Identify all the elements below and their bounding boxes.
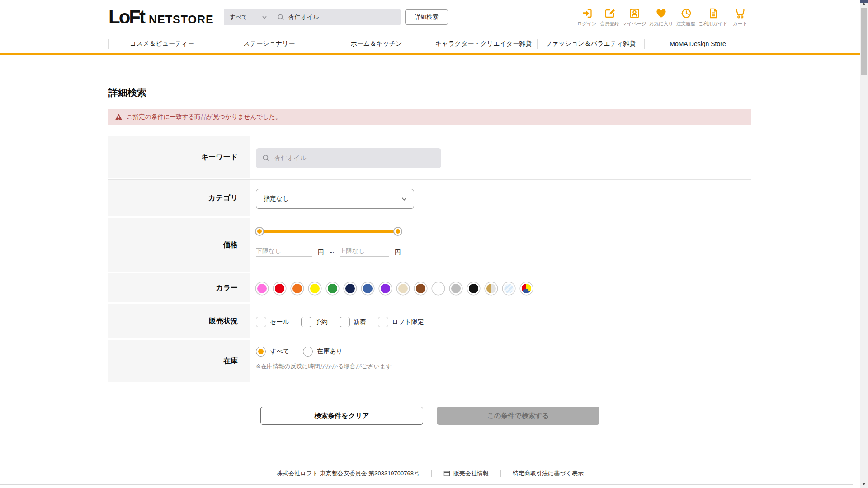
color-swatch-purple[interactable] (379, 282, 392, 295)
register-label: 会員登録 (600, 21, 619, 27)
page-title: 詳細検索 (108, 86, 751, 99)
color-swatch-clear[interactable] (503, 282, 515, 295)
checkbox-new-arrival[interactable]: 新着 (340, 317, 366, 327)
color-swatch-black[interactable] (467, 282, 480, 295)
color-swatch-beige[interactable] (397, 282, 409, 295)
color-swatch-green[interactable] (326, 282, 339, 295)
category-select[interactable]: 指定なし (256, 189, 414, 209)
stock-row: 在庫 すべて 在庫あり ※在庫情報の反映に時間がかかる場合がございます (108, 340, 751, 384)
favorites-link[interactable]: お気に入り (648, 7, 675, 27)
radio-button[interactable] (303, 347, 313, 357)
scrollbar-down-arrow[interactable] (862, 483, 866, 485)
checkbox-box[interactable] (256, 317, 266, 327)
keyword-row: キーワード 杏仁オイル (108, 136, 751, 180)
checkbox-box[interactable] (378, 317, 388, 327)
checkbox-box[interactable] (301, 317, 311, 327)
radio-all[interactable]: すべて (256, 347, 289, 357)
checkbox-label: 新着 (354, 318, 366, 326)
checkbox-box[interactable] (340, 317, 350, 327)
search-category-select[interactable]: すべて (224, 9, 272, 25)
company-registration-text: 株式会社ロフト 東京都公安委員会 第303319700768号 (277, 469, 420, 478)
keyword-value: 杏仁オイル (274, 154, 307, 162)
nav-item-stationery[interactable]: ステーショナリー (216, 34, 323, 53)
keyword-input[interactable]: 杏仁オイル (256, 148, 441, 168)
color-swatch-brown[interactable] (415, 282, 427, 295)
color-swatch-gray[interactable] (450, 282, 462, 295)
checkbox-reservation[interactable]: 予約 (301, 317, 328, 327)
color-swatch-navy[interactable] (344, 282, 356, 295)
nav-item-character-creator[interactable]: キャラクター・クリエイター雑貨 (430, 34, 537, 53)
stock-note: ※在庫情報の反映に時間がかかる場合がございます (256, 362, 392, 371)
color-swatches (256, 282, 533, 295)
color-swatch-pink[interactable] (256, 282, 268, 295)
vertical-scrollbar[interactable] (860, 0, 868, 488)
login-label: ログイン (577, 21, 597, 27)
advanced-search-form: キーワード 杏仁オイル カテゴリ 指定なし 価格 (108, 136, 751, 384)
scrollbar-thumb[interactable] (861, 8, 867, 75)
site-footer: 株式会社ロフト 東京都公安委員会 第303319700768号 販売会社情報 特… (0, 460, 860, 486)
chevron-down-icon (401, 196, 407, 202)
mypage-link[interactable]: マイページ (621, 7, 647, 27)
radio-button[interactable] (256, 347, 266, 357)
stock-options: すべて 在庫あり (256, 347, 343, 357)
header-search: すべて 杏仁オイル (224, 9, 401, 25)
loft-logo[interactable]: LoFt NETSTORE (108, 6, 214, 28)
register-icon (604, 7, 616, 19)
page-viewport: LoFt NETSTORE すべて 杏仁オイル 詳細検索 ログイン (0, 0, 860, 488)
seller-info-label: 販売会社情報 (453, 469, 489, 478)
nav-item-moma-design-store[interactable]: MoMA Design Store (644, 34, 751, 53)
commerce-law-link[interactable]: 特定商取引法に基づく表示 (513, 469, 584, 478)
scrollbar-corner-mark (860, 0, 868, 3)
order-history-link[interactable]: 注文履歴 (675, 7, 697, 27)
login-icon (581, 7, 593, 19)
sales-status-options: セール 予約 新着 ロフト限定 (256, 317, 424, 327)
main-content: 詳細検索 ご指定の条件に一致する商品が見つかりませんでした。 キーワード 杏仁オ… (108, 55, 751, 425)
color-swatch-white[interactable] (432, 282, 444, 295)
advanced-search-button[interactable]: 詳細検索 (405, 9, 448, 25)
color-swatch-yellow[interactable] (309, 282, 321, 295)
seller-info-link[interactable]: 販売会社情報 (443, 469, 489, 478)
guide-link[interactable]: ご利用ガイド (697, 7, 729, 27)
favorites-label: お気に入り (649, 21, 673, 27)
category-nav: コスメ＆ビューティー ステーショナリー ホーム＆キッチン キャラクター・クリエイ… (0, 34, 860, 55)
slider-handle-min[interactable] (256, 228, 263, 235)
cart-icon (734, 7, 746, 19)
color-swatch-blue[interactable] (362, 282, 374, 295)
clear-conditions-button[interactable]: 検索条件をクリア (260, 407, 423, 425)
login-link[interactable]: ログイン (576, 7, 598, 27)
price-max-input[interactable] (340, 245, 389, 257)
nav-item-home-kitchen[interactable]: ホーム＆キッチン (323, 34, 430, 53)
search-icon (262, 154, 270, 162)
cart-link[interactable]: カート (729, 7, 751, 27)
search-query-text: 杏仁オイル (288, 13, 319, 21)
footer-divider (431, 470, 432, 477)
category-row: カテゴリ 指定なし (108, 180, 751, 218)
checkbox-loft-limited[interactable]: ロフト限定 (378, 317, 424, 327)
color-swatch-red[interactable] (274, 282, 286, 295)
nav-item-fashion-variety[interactable]: ファッション＆バラエティ雑貨 (537, 34, 644, 53)
no-results-message: ご指定の条件に一致する商品が見つかりませんでした。 (127, 113, 281, 121)
page-bottom-edge (0, 484, 853, 488)
price-separator: ～ (329, 249, 335, 257)
color-swatch-orange[interactable] (291, 282, 303, 295)
chevron-down-icon (262, 14, 267, 20)
clock-history-icon (680, 7, 692, 19)
slider-handle-max[interactable] (394, 228, 401, 235)
commerce-law-label: 特定商取引法に基づく表示 (513, 469, 584, 478)
nav-item-cosme-beauty[interactable]: コスメ＆ビューティー (108, 34, 216, 53)
logo-netstore-text: NETSTORE (149, 13, 214, 26)
register-link[interactable]: 会員登録 (598, 7, 621, 27)
price-min-input[interactable] (256, 245, 312, 257)
checkbox-label: ロフト限定 (392, 318, 424, 326)
search-input[interactable]: 杏仁オイル (272, 9, 401, 25)
slider-track[interactable] (259, 230, 398, 233)
footer-divider (500, 470, 501, 477)
color-swatch-gold-silver[interactable] (485, 282, 497, 295)
color-swatch-multicolor[interactable] (520, 282, 533, 295)
search-category-value: すべて (230, 13, 248, 21)
checkbox-sale[interactable]: セール (256, 317, 289, 327)
radio-in-stock[interactable]: 在庫あり (303, 347, 343, 357)
price-range-slider (256, 225, 401, 237)
search-submit-button[interactable]: この条件で検索する (437, 407, 599, 425)
price-inputs: 円 ～ 円 (256, 245, 401, 257)
